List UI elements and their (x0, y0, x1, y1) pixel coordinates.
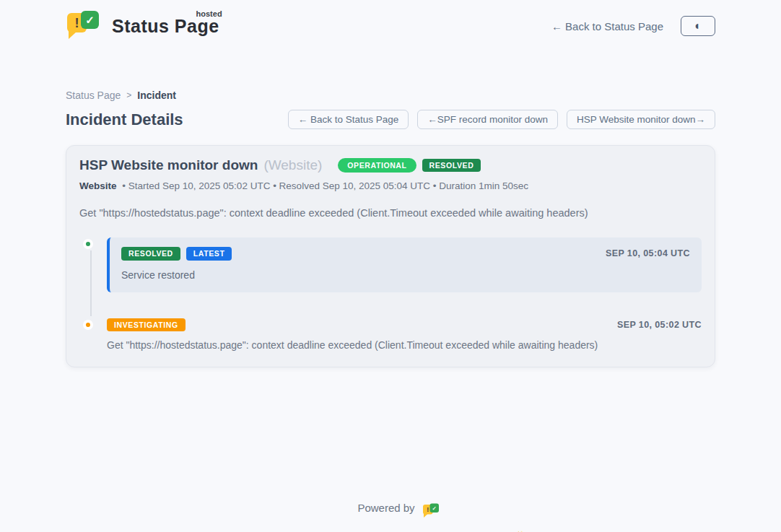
timeline-investigating-badge: INVESTIGATING (107, 318, 186, 332)
page-title: Incident Details (66, 110, 183, 129)
breadcrumb: Status Page > Incident (66, 90, 715, 101)
statuspage-logo-icon: ! ✓ (66, 10, 103, 42)
logo-check-bubble: ✓ (429, 504, 439, 513)
brand-name: Status Page (112, 16, 219, 36)
timeline-latest-badge: LATEST (186, 247, 232, 261)
header-back-to-status-page-link[interactable]: ← Back to Status Page (551, 20, 663, 32)
page-footer: Powered by ! ✓ © 2025-10-08 14:10:34.772… (66, 499, 715, 532)
resolved-status-badge: RESOLVED (422, 159, 481, 173)
timeline-entry-investigating: INVESTIGATING SEP 10, 05:02 UTC Get "htt… (79, 318, 702, 352)
prev-incident-button[interactable]: ←SPF record monitor down (417, 110, 558, 129)
incident-title: HSP Website monitor down (79, 157, 258, 173)
timeline-resolved-badge: RESOLVED (121, 247, 180, 261)
brand-superscript: hosted (196, 9, 222, 18)
incident-meta: Website • Started Sep 10, 2025 05:02 UTC… (79, 180, 702, 191)
theme-toggle-button[interactable]: ◐ (681, 16, 715, 36)
timeline-dot-investigating (83, 320, 93, 330)
exclamation-glyph: ! (75, 17, 79, 30)
timeline-latest-update-box: RESOLVED LATEST SEP 10, 05:04 UTC Servic… (107, 237, 702, 292)
operational-status-badge: OPERATIONAL (338, 158, 416, 173)
incident-description: Get "https://hostedstatus.page": context… (79, 207, 702, 219)
incident-component: (Website) (263, 157, 322, 173)
timeline-timestamp: SEP 10, 05:02 UTC (617, 320, 702, 330)
back-to-status-page-button[interactable]: ← Back to Status Page (288, 110, 409, 129)
exclamation-glyph: ! (427, 506, 429, 513)
meta-component-name: Website (79, 180, 117, 191)
timeline-entry-resolved: RESOLVED LATEST SEP 10, 05:04 UTC Servic… (79, 237, 702, 292)
timeline-timestamp: SEP 10, 05:04 UTC (606, 248, 690, 258)
page-header: ! ✓ hosted Status Page ← Back to Status … (66, 0, 715, 42)
breadcrumb-incident: Incident (137, 90, 176, 101)
statuspage-logo-icon-small[interactable]: ! ✓ (422, 503, 432, 512)
incident-card: HSP Website monitor down (Website) OPERA… (66, 145, 715, 367)
timeline-message: Get "https://hostedstatus.page": context… (107, 339, 702, 351)
incident-nav-buttons: ← Back to Status Page ←SPF record monito… (288, 110, 715, 129)
half-circle-contrast-icon: ◐ (694, 20, 702, 32)
logo-check-bubble: ✓ (81, 11, 99, 29)
breadcrumb-separator: > (126, 90, 131, 100)
next-incident-button[interactable]: HSP Website monitor down→ (567, 110, 715, 129)
timeline-dot-resolved (83, 239, 93, 249)
meta-details: • Started Sep 10, 2025 05:02 UTC • Resol… (122, 180, 528, 191)
check-glyph: ✓ (85, 14, 95, 25)
statuspage-logo[interactable]: ! ✓ hosted Status Page (66, 10, 219, 42)
incident-timeline: RESOLVED LATEST SEP 10, 05:04 UTC Servic… (79, 237, 702, 351)
powered-by-label: Powered by (357, 502, 414, 514)
breadcrumb-status-page[interactable]: Status Page (66, 90, 121, 101)
check-glyph: ✓ (432, 505, 436, 511)
timeline-message: Service restored (121, 269, 690, 281)
